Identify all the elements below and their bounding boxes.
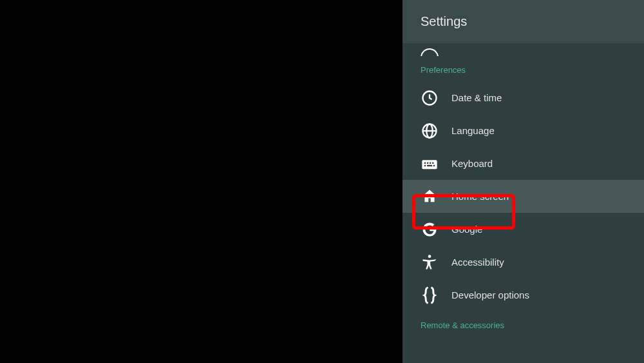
svg-point-12 <box>428 255 431 258</box>
svg-rect-10 <box>427 164 432 166</box>
settings-item-language[interactable]: Language <box>402 114 644 147</box>
section-preferences-title: Preferences <box>402 56 644 81</box>
svg-rect-4 <box>422 160 437 169</box>
section-remote-title: Remote & accessories <box>402 311 644 337</box>
peek-icon <box>421 48 439 56</box>
settings-item-label: Developer options <box>451 289 529 300</box>
svg-rect-5 <box>424 162 426 163</box>
developer-icon <box>421 286 439 304</box>
accessibility-icon <box>421 253 439 271</box>
svg-rect-6 <box>427 162 428 163</box>
settings-header: Settings <box>402 0 644 43</box>
clock-icon <box>421 89 439 107</box>
dimmed-background <box>0 0 402 363</box>
settings-item-label: Home screen <box>451 191 509 202</box>
settings-item-label: Google <box>451 224 482 235</box>
settings-item-keyboard[interactable]: Keyboard <box>402 147 644 180</box>
settings-panel: Settings Preferences Date & time Languag… <box>402 0 644 363</box>
settings-item-label: Keyboard <box>451 158 493 169</box>
svg-rect-9 <box>424 164 426 166</box>
settings-item-developer-options[interactable]: Developer options <box>402 279 644 311</box>
settings-item-home-screen[interactable]: Home screen <box>402 180 644 213</box>
globe-icon <box>421 122 439 140</box>
home-icon <box>421 188 439 206</box>
svg-rect-7 <box>430 162 431 163</box>
previous-item-peek <box>402 43 644 56</box>
settings-item-label: Date & time <box>451 92 502 103</box>
google-icon <box>421 221 439 239</box>
svg-rect-11 <box>433 164 435 166</box>
svg-rect-8 <box>432 162 433 163</box>
settings-item-google[interactable]: Google <box>402 213 644 246</box>
settings-item-label: Accessibility <box>451 257 504 268</box>
settings-title: Settings <box>421 14 626 29</box>
keyboard-icon <box>421 155 439 173</box>
settings-item-accessibility[interactable]: Accessibility <box>402 246 644 279</box>
settings-item-date-time[interactable]: Date & time <box>402 81 644 114</box>
settings-item-label: Language <box>451 125 495 136</box>
